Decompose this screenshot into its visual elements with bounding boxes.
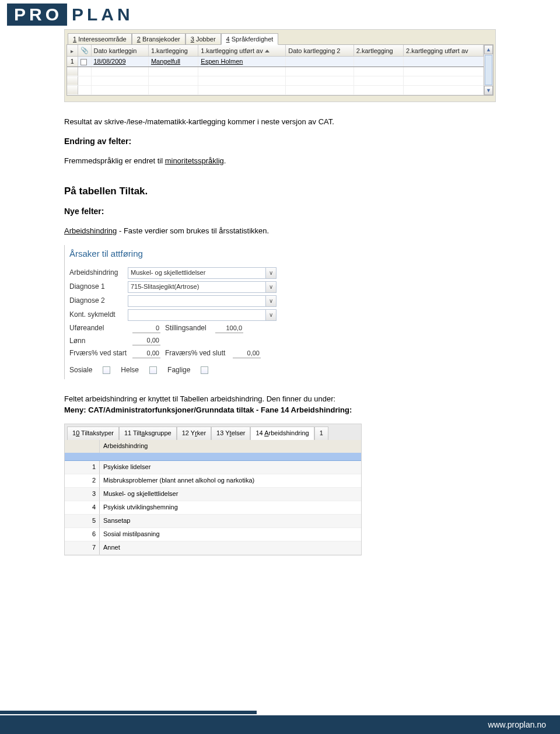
heading-endring: Endring av felter:: [64, 135, 496, 147]
heading-nyefelter: Nye felter:: [64, 205, 496, 217]
dropdown-kontsyk[interactable]: ∨: [128, 309, 276, 321]
label-stillingsandel: Stillingsandel: [165, 323, 211, 333]
paragraph: Resultat av skrive-/lese-/matematikk-kar…: [64, 117, 496, 128]
chevron-down-icon[interactable]: ∨: [265, 282, 276, 292]
input-frvstart[interactable]: 0,00: [132, 349, 160, 358]
col-utfort1[interactable]: 1.kartlegging utført av: [198, 45, 286, 57]
label-lonn: Lønn: [69, 336, 128, 346]
screenshot-arbeidshindring-list: 10 Tiltakstyper 11 Tiltaksgruppe 12 Yrke…: [64, 424, 362, 555]
row-checkbox[interactable]: [80, 59, 87, 65]
tab-arbeidshindring[interactable]: 14 Arbeidshindring: [250, 427, 314, 440]
label-sosiale: Sosiale: [69, 365, 92, 375]
label-uforeandel: Uføreandel: [69, 323, 128, 333]
label-faglige: Faglige: [167, 365, 190, 375]
list-item[interactable]: 5Sansetap: [65, 515, 361, 528]
chevron-down-icon[interactable]: ∨: [265, 296, 276, 306]
dropdown-diagnose2[interactable]: ∨: [128, 295, 276, 307]
input-stillingsandel[interactable]: 100,0: [215, 324, 243, 333]
table-row[interactable]: 1 18/08/2009 Mangelfull Espen Holmen: [67, 57, 493, 67]
arrow-icon: ▸: [71, 48, 74, 54]
checkbox-faglige[interactable]: [201, 366, 208, 374]
scroll-thumb[interactable]: [485, 55, 492, 85]
logo-pro: PRO: [7, 4, 67, 26]
cell-k1[interactable]: Mangelfull: [148, 57, 198, 67]
vertical-scrollbar[interactable]: ▲ ▼: [484, 45, 493, 95]
dropdown-arbeidshindring[interactable]: Muskel- og skjellettlidelser ∨: [128, 267, 276, 279]
paperclip-icon: 📎: [80, 47, 89, 54]
cell-dato2[interactable]: [286, 57, 354, 67]
logo-plan: PLAN: [67, 4, 138, 26]
label-helse: Helse: [121, 365, 139, 375]
list-item[interactable]: 4Psykisk utviklingshemning: [65, 501, 361, 515]
col-utfort2[interactable]: 2.kartlegging utført av: [404, 45, 484, 57]
cell-u2[interactable]: [404, 57, 484, 67]
cell-u1[interactable]: Espen Holmen: [198, 57, 286, 67]
cell-dato1[interactable]: 18/08/2009: [91, 57, 148, 67]
label-arbeidshindring: Arbeidshindring: [69, 268, 128, 278]
heading-tiltak: På tabellen Tiltak.: [64, 184, 496, 199]
col-kartlegging1[interactable]: 1.kartlegging: [148, 45, 198, 57]
input-frvslutt[interactable]: 0,00: [233, 349, 261, 358]
table-row[interactable]: [67, 85, 493, 95]
tab-interesseomrade[interactable]: 1 Interesseområde: [68, 33, 132, 45]
checkbox-helse[interactable]: [149, 366, 157, 374]
list-item[interactable]: 6Sosial mistilpasning: [65, 528, 361, 541]
grid-table[interactable]: ▸ 📎 Dato kartleggin 1.kartlegging 1.kart…: [67, 45, 493, 95]
tab-bransjekoder[interactable]: 2 Bransjekoder: [132, 33, 186, 45]
scroll-up-button[interactable]: ▲: [484, 45, 493, 54]
attachment-header[interactable]: 📎: [78, 45, 91, 57]
col-dato2[interactable]: Dato kartlegging 2: [286, 45, 354, 57]
label-kontsyk: Kont. sykmeldt: [69, 310, 128, 320]
row-selector-header[interactable]: ▸: [67, 45, 78, 57]
list-item[interactable]: 7Annet: [65, 541, 361, 555]
tab-tiltaksgruppe[interactable]: 11 Tiltaksgruppe: [119, 427, 177, 440]
paragraph: Feltet arbeidshindring er knyttet til Ta…: [64, 394, 496, 416]
paragraph: Fremmedspråklig er endret til minoritets…: [64, 156, 496, 167]
selection-bar: [65, 453, 361, 461]
label-diagnose2: Diagnose 2: [69, 296, 128, 306]
table-row[interactable]: [67, 76, 493, 85]
tab-yrker[interactable]: 12 Yrker: [177, 427, 211, 440]
screenshot-sprakferdighet-grid: 1 Interesseområde 2 Bransjekoder 3 Jobbe…: [64, 29, 496, 102]
tab-bar: 1 Interesseområde 2 Bransjekoder 3 Jobbe…: [66, 32, 494, 44]
row-number: 1: [67, 57, 78, 67]
list-item[interactable]: 1Psykiske lidelser: [65, 461, 361, 474]
tab-tiltakstyper[interactable]: 10 Tiltakstyper: [67, 427, 119, 440]
tab-ytelser[interactable]: 13 Ytelser: [211, 427, 250, 440]
input-lonn[interactable]: 0,00: [132, 336, 160, 345]
table-row[interactable]: [67, 67, 493, 76]
sort-asc-icon: [265, 50, 270, 53]
checkbox-sosiale[interactable]: [103, 366, 110, 374]
logo: PRO PLAN: [0, 0, 560, 29]
label-frvstart: Frværs% ved start: [69, 348, 128, 358]
label-frvslutt: Fraværs% ved slutt: [165, 348, 228, 358]
chevron-down-icon[interactable]: ∨: [265, 310, 276, 320]
tab-sprakferdighet[interactable]: 4 Språkferdighet: [221, 33, 279, 45]
list-item[interactable]: 2Misbruksproblemer (blant annet alkohol …: [65, 474, 361, 488]
col-kartlegging2[interactable]: 2.kartlegging: [354, 45, 403, 57]
dropdown-diagnose1[interactable]: 715-Slitasjegikt(Artrose) ∨: [128, 281, 276, 293]
input-uforeandel[interactable]: 0: [132, 324, 160, 333]
tab-bar: 10 Tiltakstyper 11 Tiltaksgruppe 12 Yrke…: [65, 424, 361, 440]
tab-jobber[interactable]: 3 Jobber: [186, 33, 221, 45]
tab-more[interactable]: 1: [314, 427, 328, 440]
list-item[interactable]: 3Muskel- og skjellettlidelser: [65, 488, 361, 501]
scroll-down-button[interactable]: ▼: [484, 86, 493, 95]
form-title: Årsaker til attføring: [65, 245, 280, 266]
paragraph: Arbeidshindring - Faste verdier som bruk…: [64, 226, 496, 237]
list-header: Arbeidshindring: [65, 440, 361, 453]
screenshot-attforing-form: Årsaker til attføring Arbeidshindring Mu…: [64, 245, 280, 379]
col-dato1[interactable]: Dato kartleggin: [91, 45, 148, 57]
cell-k2[interactable]: [354, 57, 403, 67]
label-diagnose1: Diagnose 1: [69, 282, 128, 292]
chevron-down-icon[interactable]: ∨: [265, 268, 276, 278]
